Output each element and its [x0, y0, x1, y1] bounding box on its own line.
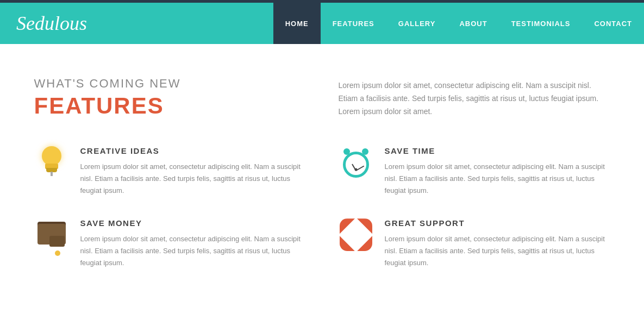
feature-desc-money: Lorem ipsum dolor sit amet, consectetur …	[80, 233, 306, 269]
feature-save-time: SAVE TIME Lorem ipsum dolor sit amet, co…	[339, 146, 610, 197]
logo[interactable]: Sedulous	[0, 3, 273, 44]
support-icon	[340, 218, 372, 251]
feature-title-creative: CREATIVE IDEAS	[80, 146, 306, 155]
bulb-glass	[42, 146, 61, 166]
top-section: WHAT'S COMING NEW FEATURES Lorem ipsum d…	[34, 77, 610, 119]
feature-text-support: GREAT SUPPORT Lorem ipsum dolor sit amet…	[385, 218, 610, 269]
feature-title-time: SAVE TIME	[385, 146, 610, 155]
feature-text-money: SAVE MONEY Lorem ipsum dolor sit amet, c…	[80, 218, 306, 269]
feature-save-money: SAVE MONEY Lorem ipsum dolor sit amet, c…	[34, 218, 306, 269]
clock-center	[355, 168, 358, 171]
nav-gallery[interactable]: GALLERY	[386, 3, 448, 44]
clock-icon-container	[339, 146, 374, 179]
navbar: Sedulous HOME FEATURES GALLERY ABOUT TES…	[0, 3, 644, 44]
feature-great-support: GREAT SUPPORT Lorem ipsum dolor sit amet…	[339, 218, 610, 269]
wallet-coin	[55, 250, 60, 256]
nav-links: HOME FEATURES GALLERY ABOUT TESTIMONIALS…	[273, 3, 644, 44]
feature-creative-ideas: CREATIVE IDEAS Lorem ipsum dolor sit ame…	[34, 146, 306, 197]
bulb-pin	[51, 172, 53, 176]
section-title: FEATURES	[34, 93, 306, 119]
nav-features[interactable]: FEATURES	[321, 3, 386, 44]
wallet-body	[37, 224, 66, 245]
wallet-icon-container	[34, 218, 70, 249]
bulb-icon	[37, 146, 67, 179]
top-left: WHAT'S COMING NEW FEATURES	[34, 77, 306, 119]
nav-about[interactable]: ABOUT	[447, 3, 499, 44]
feature-text-creative: CREATIVE IDEAS Lorem ipsum dolor sit ame…	[80, 146, 306, 197]
features-grid: CREATIVE IDEAS Lorem ipsum dolor sit ame…	[34, 146, 610, 270]
wallet-pocket	[49, 236, 65, 247]
feature-title-support: GREAT SUPPORT	[385, 218, 610, 228]
support-icon-container	[339, 218, 374, 251]
main-content: WHAT'S COMING NEW FEATURES Lorem ipsum d…	[12, 44, 632, 291]
support-center	[351, 230, 361, 240]
bulb-icon-container	[34, 146, 70, 179]
nav-testimonials[interactable]: TESTIMONIALS	[499, 3, 583, 44]
feature-desc-time: Lorem ipsum dolor sit amet, consectetur …	[385, 161, 610, 197]
feature-text-time: SAVE TIME Lorem ipsum dolor sit amet, co…	[385, 146, 610, 197]
clock-icon	[341, 146, 371, 179]
nav-contact[interactable]: CONTACT	[582, 3, 644, 44]
nav-home[interactable]: HOME	[273, 3, 321, 44]
wallet-icon	[36, 218, 67, 249]
section-subtitle: WHAT'S COMING NEW	[34, 77, 306, 91]
feature-desc-support: Lorem ipsum dolor sit amet, consectetur …	[385, 233, 610, 269]
feature-desc-creative: Lorem ipsum dolor sit amet, consectetur …	[80, 161, 306, 197]
clock-body	[343, 152, 369, 178]
section-description: Lorem ipsum dolor sit amet, consectetur …	[339, 79, 610, 118]
top-right: Lorem ipsum dolor sit amet, consectetur …	[339, 77, 610, 119]
feature-title-money: SAVE MONEY	[80, 218, 306, 228]
